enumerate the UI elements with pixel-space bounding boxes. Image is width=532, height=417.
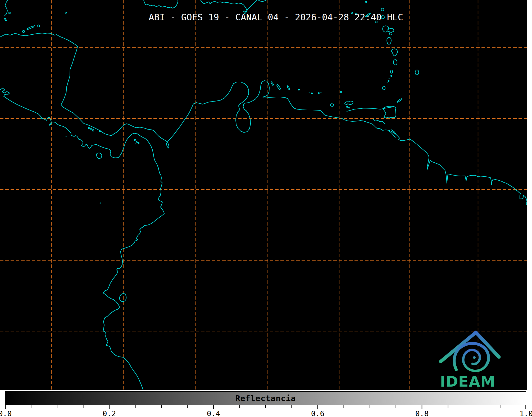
colorbar-tick-label: 0.4 [207,409,220,417]
graticule [0,0,527,390]
colorbar-label: Reflectancia [235,394,296,403]
image-title: ABI - GOES 19 - CANAL 04 - 2026-04-28 22… [149,12,403,22]
colorbar-tick-label: 0.2 [103,409,116,417]
colorbar-tick-label: 0.6 [311,409,325,417]
satellite-map: IDEAM ABI - GOES 19 - CANAL 04 - 2026-04… [0,0,527,390]
map-canvas: IDEAM [0,0,527,390]
colorbar-axis-ticks [5,405,527,410]
logo-swirl-inner-icon [463,350,487,371]
coastline-pacific-mainland [0,88,164,390]
coastlines-group [0,0,527,390]
colorbar-tick-label: 0.0 [0,409,12,417]
logo-mountain-roof-icon [441,332,499,361]
logo-swirl-outer-icon [454,343,489,370]
ideam-logo: IDEAM [440,332,499,390]
colorbar-footer: Reflectancia 0.00.20.40.60.81.0 [0,390,532,417]
coastline-venezuela-islands [271,82,394,111]
logo-wordmark: IDEAM [440,373,495,390]
coastline-pacific-islands [66,127,139,301]
reflectance-colorbar: Reflectancia [5,391,526,405]
satellite-product-view: IDEAM ABI - GOES 19 - CANAL 04 - 2026-04… [0,0,532,417]
coastline-caribbean-mainland [0,33,527,205]
logo-swirl-eye-icon [473,356,476,359]
coastline-honduras-islets [4,0,66,33]
colorbar-tick-label: 0.8 [415,409,429,417]
colorbar-tick-label: 1.0 [520,409,532,417]
